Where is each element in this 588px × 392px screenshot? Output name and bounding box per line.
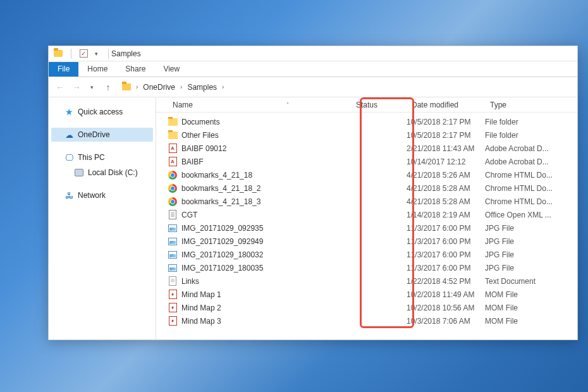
file-date-modified: 4/21/2018 5:28 AM [407, 197, 485, 206]
file-date-modified: 11/3/2017 6:00 PM [407, 237, 485, 246]
file-row[interactable]: IMG_20171029_09293511/3/2017 6:00 PMJPG … [168, 221, 577, 235]
file-date-modified: 10/5/2018 2:17 PM [407, 118, 485, 126]
column-header-status[interactable]: Status [351, 101, 407, 109]
file-type: MOM File [485, 290, 577, 299]
tab-file[interactable]: File [49, 62, 78, 77]
mom-file-icon [168, 290, 178, 300]
window-body: ★ Quick access ☁ OneDrive 🖵 This PC Loca… [49, 97, 577, 340]
monitor-icon: 🖵 [64, 152, 74, 162]
folder-icon [168, 130, 178, 140]
file-row[interactable]: Mind Map 110/2/2018 11:49 AMMOM File [168, 288, 577, 301]
file-date-modified: 1/14/2018 2:19 AM [407, 211, 485, 219]
file-name: IMG_20171029_180035 [181, 264, 263, 273]
sidebar-item-local-disk[interactable]: Local Disk (C:) [51, 166, 153, 180]
file-name: bookmarks_4_21_18 [181, 171, 252, 180]
file-name: Documents [181, 118, 220, 126]
qat-separator [65, 48, 77, 59]
sidebar-item-quick-access[interactable]: ★ Quick access [51, 105, 153, 119]
image-icon [168, 263, 178, 273]
column-header-type[interactable]: Type [485, 101, 577, 109]
file-date-modified: 10/5/2018 2:17 PM [407, 131, 485, 140]
file-row[interactable]: bookmarks_4_21_18_24/21/2018 5:28 AMChro… [168, 181, 577, 195]
file-type: JPG File [485, 237, 577, 246]
file-type: MOM File [485, 317, 577, 326]
file-row[interactable]: Documents10/5/2018 2:17 PMFile folder [168, 115, 577, 128]
navigation-pane: ★ Quick access ☁ OneDrive 🖵 This PC Loca… [49, 97, 156, 340]
file-date-modified: 11/3/2017 6:00 PM [407, 250, 485, 259]
window-title: Samples [111, 49, 141, 58]
image-icon [168, 250, 178, 260]
back-button[interactable]: ← [54, 81, 66, 94]
sort-indicator-icon: ˄ [286, 102, 289, 107]
file-row[interactable]: Links1/22/2018 4:52 PMText Document [168, 274, 577, 288]
tab-home[interactable]: Home [78, 62, 116, 77]
file-name: Mind Map 1 [181, 290, 221, 299]
tab-share[interactable]: Share [116, 62, 154, 77]
breadcrumb[interactable]: › OneDrive › Samples › [121, 82, 225, 93]
file-name: bookmarks_4_21_18_2 [181, 184, 260, 193]
image-icon [168, 223, 178, 233]
file-row[interactable]: BAIBF 090122/21/2018 11:43 AMAdobe Acrob… [168, 142, 577, 155]
folder-icon [121, 82, 132, 93]
file-date-modified: 4/21/2018 5:28 AM [407, 184, 485, 193]
up-button[interactable]: ↑ [102, 81, 114, 94]
cloud-icon: ☁ [64, 130, 74, 140]
file-row[interactable]: IMG_20171029_18003511/3/2017 6:00 PMJPG … [168, 261, 577, 274]
file-explorer-window: ✓ ▾ Samples File Home Share View ← → ▾ ↑… [48, 46, 578, 340]
chevron-right-icon: › [179, 83, 183, 90]
file-date-modified: 11/3/2017 6:00 PM [407, 264, 485, 273]
mom-file-icon [168, 316, 178, 326]
file-name: CGT [181, 211, 197, 219]
file-list-pane: Name ˄ Status Date modified Type Documen… [156, 97, 577, 340]
file-type: Adobe Acrobat D... [485, 144, 577, 153]
text-file-icon [168, 276, 178, 286]
file-name: Mind Map 2 [181, 303, 221, 312]
properties-checkbox-icon[interactable]: ✓ [78, 48, 89, 59]
star-icon: ★ [64, 107, 74, 117]
history-dropdown[interactable]: ▾ [85, 81, 98, 94]
file-date-modified: 4/21/2018 5:26 AM [407, 171, 485, 180]
breadcrumb-part[interactable]: OneDrive [140, 82, 178, 93]
pdf-icon [168, 157, 178, 167]
column-header-date-modified[interactable]: Date modified [407, 101, 485, 109]
file-row[interactable]: IMG_20171029_09294911/3/2017 6:00 PMJPG … [168, 235, 577, 248]
file-row[interactable]: bookmarks_4_21_18_34/21/2018 5:28 AMChro… [168, 195, 577, 208]
sidebar-item-this-pc[interactable]: 🖵 This PC [51, 150, 153, 164]
file-row[interactable]: Other Files10/5/2018 2:17 PMFile folder [168, 128, 577, 142]
chrome-icon [168, 183, 178, 193]
chevron-right-icon: › [135, 83, 139, 90]
file-row[interactable]: BAIBF10/14/2017 12:12Adobe Acrobat D... [168, 155, 577, 168]
sidebar-item-label: Network [78, 191, 106, 200]
file-date-modified: 11/3/2017 6:00 PM [407, 224, 485, 233]
file-row[interactable]: Mind Map 210/2/2018 10:56 AMMOM File [168, 301, 577, 314]
file-name: Other Files [181, 131, 219, 140]
forward-button[interactable]: → [70, 81, 83, 94]
file-list[interactable]: Documents10/5/2018 2:17 PMFile folderOth… [156, 113, 577, 340]
titlebar-divider [108, 49, 109, 59]
sidebar-item-network[interactable]: 🖧 Network [51, 188, 153, 202]
sidebar-item-onedrive[interactable]: ☁ OneDrive [51, 128, 153, 142]
file-type: MOM File [485, 303, 577, 312]
file-type: File folder [485, 131, 577, 140]
file-row[interactable]: CGT1/14/2018 2:19 AMOffice Open XML ... [168, 208, 577, 221]
folder-icon[interactable] [52, 48, 64, 59]
chrome-icon [168, 197, 178, 207]
file-row[interactable]: IMG_20171029_18003211/3/2017 6:00 PMJPG … [168, 248, 577, 261]
file-date-modified: 10/2/2018 10:56 AM [407, 303, 485, 312]
qat-customize-chevron[interactable]: ▾ [90, 48, 102, 59]
file-type: Adobe Acrobat D... [485, 157, 577, 166]
file-type: Chrome HTML Do... [485, 184, 577, 193]
pdf-icon [168, 144, 178, 154]
mom-file-icon [168, 303, 178, 313]
quick-access-toolbar: ✓ ▾ [52, 48, 102, 59]
tab-view[interactable]: View [154, 62, 188, 77]
file-row[interactable]: bookmarks_4_21_184/21/2018 5:26 AMChrome… [168, 168, 577, 181]
column-header-name[interactable]: Name ˄ [168, 101, 351, 109]
file-name: Mind Map 3 [181, 317, 221, 326]
file-type: JPG File [485, 250, 577, 259]
file-name: IMG_20171029_180032 [181, 250, 263, 259]
breadcrumb-part[interactable]: Samples [185, 82, 219, 93]
network-icon: 🖧 [64, 190, 74, 200]
sidebar-item-label: OneDrive [78, 130, 110, 139]
file-row[interactable]: Mind Map 310/3/2018 7:06 AMMOM File [168, 314, 577, 328]
